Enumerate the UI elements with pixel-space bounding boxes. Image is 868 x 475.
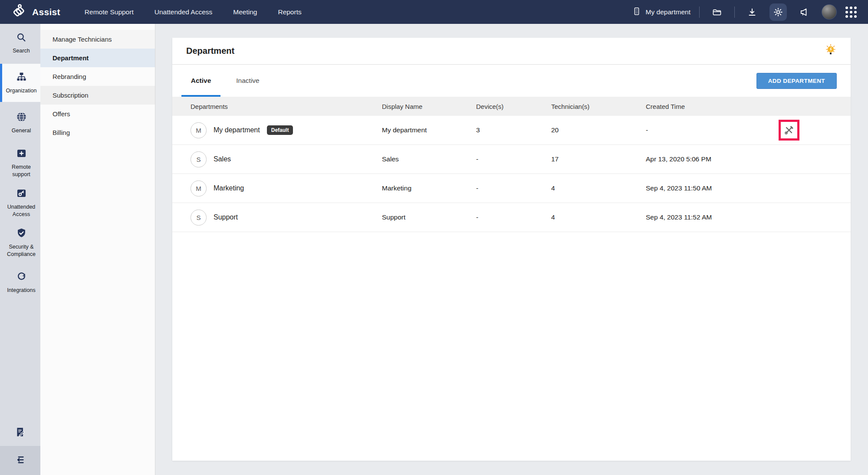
tools-icon[interactable]: [783, 124, 795, 136]
avatar: S: [191, 151, 207, 167]
table-row[interactable]: S Sales Sales - 17 Apr 13, 2020 5:06 PM: [172, 145, 851, 174]
created-time-cell: Sep 4, 2023 11:52 AM: [646, 213, 776, 221]
nav-meeting[interactable]: Meeting: [233, 8, 257, 16]
department-name: My department: [214, 126, 260, 134]
display-name-cell: Support: [382, 213, 476, 221]
rail-label: Unattended Access: [3, 203, 39, 218]
rail-label: Search: [13, 47, 30, 54]
avatar: M: [191, 180, 207, 197]
add-department-button[interactable]: ADD DEPARTMENT: [756, 73, 837, 89]
technicians-cell: 4: [551, 213, 646, 221]
card-header: Department: [172, 38, 851, 65]
nav-remote-support[interactable]: Remote Support: [85, 8, 134, 16]
menu-item-subscription[interactable]: Subscription: [40, 86, 155, 105]
rail-label: Security & Compliance: [3, 243, 39, 258]
devices-cell: -: [476, 213, 551, 221]
rail-spacer: [0, 303, 40, 420]
tabs-row: Active Inactive ADD DEPARTMENT: [172, 65, 851, 97]
department-card: Department Active Inactive: [172, 38, 851, 461]
table-row[interactable]: M Marketing Marketing - 4 Sep 4, 2023 11…: [172, 174, 851, 203]
user-avatar[interactable]: [822, 4, 837, 20]
remote-plus-icon: [16, 147, 27, 161]
rail-item-integrations[interactable]: Integrations: [0, 263, 40, 301]
table-row[interactable]: M My department Default My department 3 …: [172, 116, 851, 145]
rail-item-search[interactable]: Search: [0, 24, 40, 62]
settings-submenu: Manage Technicians Department Rebranding…: [40, 24, 155, 475]
department-selector[interactable]: My department: [632, 7, 690, 18]
default-badge: Default: [267, 125, 293, 135]
avatar: S: [191, 210, 207, 226]
menu-item-manage-technicians[interactable]: Manage Technicians: [40, 30, 155, 49]
globe-icon: [16, 111, 27, 124]
menu-item-offers[interactable]: Offers: [40, 105, 155, 123]
app-shell: Search Organization: [0, 24, 868, 475]
rail-item-remote-support[interactable]: Remote support: [0, 144, 40, 182]
org-chart-icon: [16, 71, 27, 85]
top-navigation: Remote Support Unattended Access Meeting…: [85, 8, 302, 16]
avatar: M: [191, 122, 207, 138]
key-access-icon: [16, 187, 27, 201]
created-time-cell: -: [646, 126, 776, 134]
collapse-icon: [15, 454, 26, 467]
topbar-divider: [734, 7, 735, 18]
department-name: Sales: [214, 155, 231, 163]
rail-item-unattended-access[interactable]: Unattended Access: [0, 183, 40, 222]
menu-item-rebranding[interactable]: Rebranding: [40, 67, 155, 86]
nav-reports[interactable]: Reports: [278, 8, 301, 16]
rail-item-general[interactable]: General: [0, 104, 40, 142]
created-time-cell: Apr 13, 2020 5:06 PM: [646, 155, 776, 163]
left-icon-rail: Search Organization: [0, 24, 40, 475]
page-title: Department: [186, 46, 234, 56]
gear-icon[interactable]: [769, 3, 787, 21]
feedback-button[interactable]: [0, 420, 40, 446]
created-time-cell: Sep 4, 2023 11:50 AM: [646, 184, 776, 192]
display-name-cell: Marketing: [382, 184, 476, 192]
rail-label: General: [12, 127, 31, 134]
rail-label: Integrations: [7, 287, 35, 294]
col-technicians: Technician(s): [551, 103, 646, 110]
col-created-time: Created Time: [646, 103, 776, 110]
megaphone-icon[interactable]: [796, 3, 813, 21]
download-icon[interactable]: [743, 3, 761, 21]
col-display-name: Display Name: [382, 103, 476, 110]
rail-label: Organization: [6, 87, 37, 94]
table-row[interactable]: S Support Support - 4 Sep 4, 2023 11:52 …: [172, 203, 851, 232]
rail-item-organization[interactable]: Organization: [0, 64, 40, 102]
department-selector-label: My department: [646, 8, 690, 16]
annotation-highlight: [779, 120, 799, 141]
brand-name: Assist: [32, 7, 60, 17]
nav-unattended-access[interactable]: Unattended Access: [155, 8, 213, 16]
building-icon: [632, 7, 641, 18]
col-devices: Device(s): [476, 103, 551, 110]
technicians-cell: 20: [551, 126, 646, 134]
tabs: Active Inactive: [181, 65, 267, 97]
tab-active[interactable]: Active: [181, 65, 220, 97]
topbar: Assist Remote Support Unattended Access …: [0, 0, 868, 24]
menu-item-department[interactable]: Department: [40, 49, 155, 67]
topbar-right: My department: [632, 3, 857, 21]
display-name-cell: My department: [382, 126, 476, 134]
tab-inactive[interactable]: Inactive: [228, 65, 267, 97]
shield-check-icon: [16, 227, 27, 241]
department-name: Marketing: [214, 184, 244, 192]
main-content: Department Active Inactive: [155, 24, 868, 475]
menu-item-billing[interactable]: Billing: [40, 123, 155, 142]
table-header: Departments Display Name Device(s) Techn…: [172, 97, 851, 116]
devices-cell: -: [476, 184, 551, 192]
assist-logo-icon: [11, 3, 27, 21]
department-name: Support: [214, 213, 238, 221]
rail-label: Remote support: [3, 164, 39, 178]
sync-icon: [16, 271, 27, 284]
col-departments: Departments: [191, 103, 382, 110]
feedback-icon: [15, 426, 26, 439]
rail-item-security-compliance[interactable]: Security & Compliance: [0, 223, 40, 262]
display-name-cell: Sales: [382, 155, 476, 163]
bulb-icon[interactable]: [825, 44, 837, 59]
brand-logo-link[interactable]: Assist: [11, 3, 60, 21]
topbar-divider: [699, 7, 700, 18]
apps-grid-icon[interactable]: [845, 7, 857, 18]
technicians-cell: 4: [551, 184, 646, 192]
devices-cell: -: [476, 155, 551, 163]
collapse-sidebar-button[interactable]: [0, 446, 40, 475]
folder-icon[interactable]: [708, 3, 726, 21]
